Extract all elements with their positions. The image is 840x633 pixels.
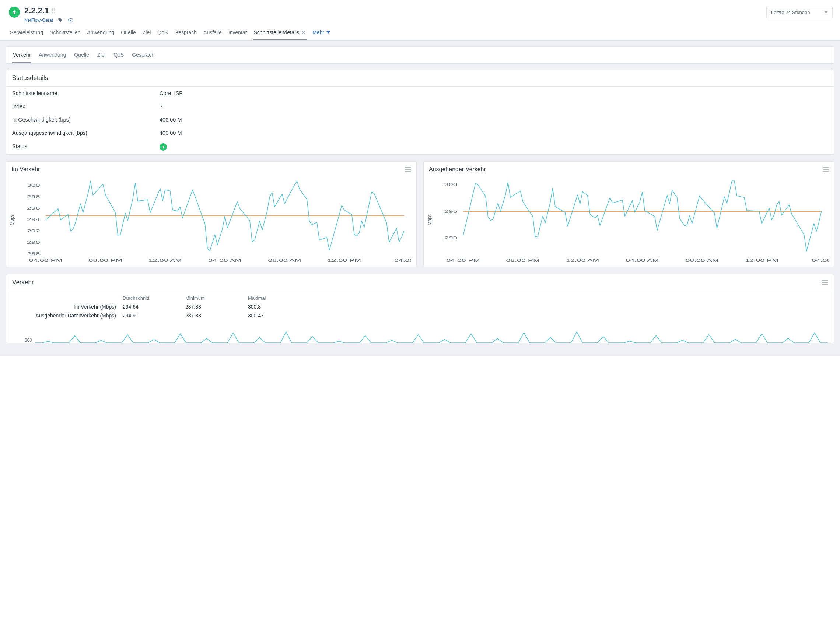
sub-tabs: VerkehrAnwendungQuelleZielQoSGespräch bbox=[12, 47, 828, 63]
tab-item[interactable]: QoS bbox=[156, 25, 168, 40]
tag-icon[interactable] bbox=[57, 17, 63, 24]
chart-in-traffic: Im Verkehr Mbps 28829029229429629830004:… bbox=[6, 161, 417, 267]
kv-value: 400.00 M bbox=[159, 117, 182, 123]
svg-text:04:00: 04:00 bbox=[394, 258, 411, 263]
table-header: Durchschnitt bbox=[123, 294, 185, 302]
panel-header: Statusdetails bbox=[6, 70, 834, 87]
device-type-link[interactable]: NetFlow-Gerät bbox=[24, 18, 53, 23]
kv-value: 3 bbox=[159, 104, 163, 109]
svg-text:04:00 PM: 04:00 PM bbox=[446, 258, 480, 263]
kv-row: Ausgangsgeschwindigkeit (bps)400.00 M bbox=[6, 126, 834, 140]
drag-handle-icon[interactable] bbox=[52, 8, 55, 13]
page-title: 2.2.2.1 bbox=[24, 6, 74, 16]
kv-key: Schnittstellenname bbox=[12, 90, 159, 96]
tab-item[interactable]: Anwendung bbox=[86, 25, 115, 40]
kv-row: SchnittstellennameCore_ISP bbox=[6, 87, 834, 100]
subtitle: NetFlow-Gerät bbox=[24, 17, 74, 24]
status-up-icon bbox=[9, 6, 20, 18]
kv-key: Index bbox=[12, 104, 159, 109]
svg-text:290: 290 bbox=[444, 236, 458, 240]
svg-text:12:00 AM: 12:00 AM bbox=[566, 258, 599, 263]
sub-tab-item[interactable]: Verkehr bbox=[12, 47, 31, 63]
svg-text:294: 294 bbox=[27, 217, 40, 222]
table-header: Maximal bbox=[248, 294, 311, 302]
tab-more[interactable]: Mehr bbox=[312, 25, 331, 40]
svg-text:300: 300 bbox=[444, 183, 458, 187]
cell-avg: 294.91 bbox=[123, 311, 185, 320]
device-ip: 2.2.2.1 bbox=[24, 6, 49, 16]
chart-title: Ausgehender Verkehr bbox=[429, 166, 486, 173]
chart-title: Im Verkehr bbox=[11, 166, 40, 173]
svg-text:295: 295 bbox=[444, 209, 458, 214]
kv-row: Index3 bbox=[6, 100, 834, 113]
svg-text:04:00 AM: 04:00 AM bbox=[208, 258, 241, 263]
kv-row: Status bbox=[6, 140, 834, 154]
tab-item[interactable]: Geräteleistung bbox=[9, 25, 44, 40]
y-tick: 300 bbox=[25, 338, 32, 343]
status-up-icon bbox=[159, 143, 167, 151]
tab-item[interactable]: Ziel bbox=[142, 25, 152, 40]
svg-text:08:00 AM: 08:00 AM bbox=[685, 258, 718, 263]
table-row-label: Im Verkehr (Mbps) bbox=[12, 302, 123, 311]
traffic-summary-panel: Verkehr DurchschnittMinimumMaximalIm Ver… bbox=[6, 274, 834, 343]
sub-tab-item[interactable]: Gespräch bbox=[131, 47, 155, 63]
svg-text:300: 300 bbox=[27, 183, 40, 187]
panel-title: Statusdetails bbox=[12, 74, 48, 82]
chevron-down-icon bbox=[327, 31, 330, 33]
panel-menu-icon[interactable] bbox=[822, 280, 828, 285]
tab-active[interactable]: Schnittstellendetails ✕ bbox=[253, 25, 306, 40]
tab-item[interactable]: Quelle bbox=[120, 25, 136, 40]
kv-value: 400.00 M bbox=[159, 130, 182, 136]
svg-text:04:00 AM: 04:00 AM bbox=[625, 258, 659, 263]
kv-key: Ausgangsgeschwindigkeit (bps) bbox=[12, 130, 159, 136]
kv-value: Core_ISP bbox=[159, 90, 183, 96]
kv-key: Status bbox=[12, 143, 159, 151]
table-row-label: Ausgehender Datenverkehr (Mbps) bbox=[12, 311, 123, 320]
title-block: 2.2.2.1 NetFlow-Gerät bbox=[9, 6, 74, 24]
svg-text:12:00 PM: 12:00 PM bbox=[745, 258, 778, 263]
chart-out-traffic: Ausgehender Verkehr Mbps 29029530004:00 … bbox=[423, 161, 834, 267]
svg-text:12:00 AM: 12:00 AM bbox=[148, 258, 182, 263]
svg-text:08:00 AM: 08:00 AM bbox=[268, 258, 301, 263]
sub-tab-item[interactable]: Quelle bbox=[73, 47, 90, 63]
timerange-label: Letzte 24 Stunden bbox=[771, 9, 810, 15]
svg-text:292: 292 bbox=[27, 229, 40, 233]
cell-max: 300.47 bbox=[248, 311, 311, 320]
traffic-table: DurchschnittMinimumMaximalIm Verkehr (Mb… bbox=[6, 291, 834, 321]
svg-text:04:00: 04:00 bbox=[812, 258, 829, 263]
sub-tab-item[interactable]: Anwendung bbox=[38, 47, 67, 63]
cell-avg: 294.64 bbox=[123, 302, 185, 311]
tab-item[interactable]: Schnittstellen bbox=[49, 25, 81, 40]
top-tabs: GeräteleistungSchnittstellenAnwendungQue… bbox=[0, 25, 840, 41]
y-axis-label: Mbps bbox=[9, 214, 15, 225]
tab-label: Mehr bbox=[313, 30, 324, 35]
tab-item[interactable]: Ausfälle bbox=[203, 25, 223, 40]
sub-tab-item[interactable]: QoS bbox=[113, 47, 125, 63]
svg-text:288: 288 bbox=[27, 252, 40, 256]
table-header: Minimum bbox=[185, 294, 248, 302]
chart-menu-icon[interactable] bbox=[405, 167, 411, 172]
page-header: 2.2.2.1 NetFlow-Gerät Letzte 24 Stunden bbox=[0, 0, 840, 25]
timerange-select[interactable]: Letzte 24 Stunden bbox=[766, 6, 833, 19]
status-details-panel: Statusdetails SchnittstellennameCore_ISP… bbox=[6, 69, 834, 155]
svg-text:08:00 PM: 08:00 PM bbox=[506, 258, 540, 263]
bottom-chart-stub: 300 bbox=[6, 321, 834, 343]
kv-row: In Geschwindigkeit (bps)400.00 M bbox=[6, 113, 834, 126]
sub-tab-item[interactable]: Ziel bbox=[96, 47, 106, 63]
close-icon[interactable]: ✕ bbox=[302, 30, 306, 35]
tab-item[interactable]: Gespräch bbox=[174, 25, 197, 40]
tab-label: Schnittstellendetails bbox=[253, 30, 299, 35]
y-axis-label: Mbps bbox=[427, 214, 432, 225]
tab-item[interactable]: Inventar bbox=[228, 25, 248, 40]
svg-text:298: 298 bbox=[27, 194, 40, 199]
assign-icon[interactable] bbox=[67, 17, 74, 24]
sub-tabs-wrap: VerkehrAnwendungQuelleZielQoSGespräch bbox=[6, 46, 834, 64]
svg-text:04:00 PM: 04:00 PM bbox=[29, 258, 62, 263]
chart-menu-icon[interactable] bbox=[823, 167, 829, 172]
svg-text:12:00 PM: 12:00 PM bbox=[327, 258, 361, 263]
kv-key: In Geschwindigkeit (bps) bbox=[12, 117, 159, 123]
cell-min: 287.83 bbox=[185, 302, 248, 311]
chart-canvas: Mbps 28829029229429629830004:00 PM08:00 … bbox=[11, 176, 411, 264]
svg-text:290: 290 bbox=[27, 240, 40, 244]
panel-title: Verkehr bbox=[12, 279, 34, 286]
